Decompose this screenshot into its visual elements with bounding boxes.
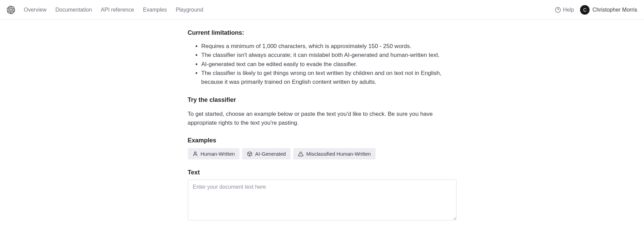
cube-icon (247, 151, 252, 157)
avatar-initial: C (583, 7, 587, 13)
user-name: Christopher Morris (592, 7, 637, 13)
main-content: Current limitations: Requires a minimum … (188, 20, 457, 235)
limitation-item: AI-generated text can be edited easily t… (201, 60, 457, 69)
nav-playground[interactable]: Playground (176, 7, 203, 13)
examples-heading: Examples (188, 137, 457, 144)
example-buttons: Human-Written AI-Generated Misclassified… (188, 148, 457, 159)
avatar: C (580, 5, 590, 15)
example-human-written-button[interactable]: Human-Written (188, 148, 240, 159)
text-input[interactable] (188, 180, 457, 220)
example-ai-generated-button[interactable]: AI-Generated (242, 148, 291, 159)
help-icon (555, 7, 561, 13)
example-misclassified-button[interactable]: Misclassified Human-Written (293, 148, 376, 159)
nav-overview[interactable]: Overview (24, 7, 47, 13)
example-label: AI-Generated (255, 151, 286, 157)
try-heading: Try the classifier (188, 96, 457, 104)
text-heading: Text (188, 169, 457, 176)
limitation-item: The classifier is likely to get things w… (201, 69, 457, 87)
intro-text: To get started, choose an example below … (188, 110, 457, 128)
example-label: Misclassified Human-Written (306, 151, 371, 157)
limitation-item: Requires a minimum of 1,000 characters, … (201, 42, 457, 51)
nav-examples[interactable]: Examples (143, 7, 167, 13)
nav-api-reference[interactable]: API reference (101, 7, 134, 13)
logo-icon[interactable] (7, 6, 15, 14)
user-menu[interactable]: C Christopher Morris (580, 5, 637, 15)
header-left: Overview Documentation API reference Exa… (7, 6, 203, 14)
svg-point-2 (194, 152, 196, 154)
help-label: Help (563, 7, 574, 13)
person-icon (193, 151, 198, 157)
limitation-item: The classifier isn't always accurate; it… (201, 51, 457, 60)
limitations-list: Requires a minimum of 1,000 characters, … (188, 42, 457, 87)
header: Overview Documentation API reference Exa… (0, 0, 644, 20)
main-nav: Overview Documentation API reference Exa… (24, 7, 203, 13)
warning-icon (298, 151, 303, 157)
limitations-heading: Current limitations: (188, 29, 457, 36)
example-label: Human-Written (201, 151, 235, 157)
header-right: Help C Christopher Morris (555, 5, 638, 15)
nav-documentation[interactable]: Documentation (55, 7, 92, 13)
help-link[interactable]: Help (555, 7, 574, 13)
